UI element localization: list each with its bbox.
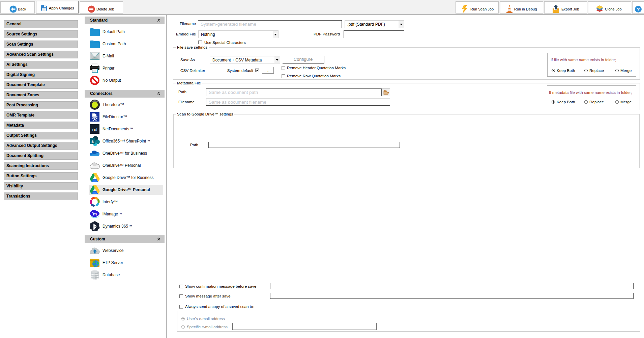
svg-text:d: d	[95, 127, 97, 132]
svg-text:m: m	[93, 211, 97, 216]
svg-text:?: ?	[637, 6, 640, 12]
svg-text:s: s	[91, 139, 94, 144]
